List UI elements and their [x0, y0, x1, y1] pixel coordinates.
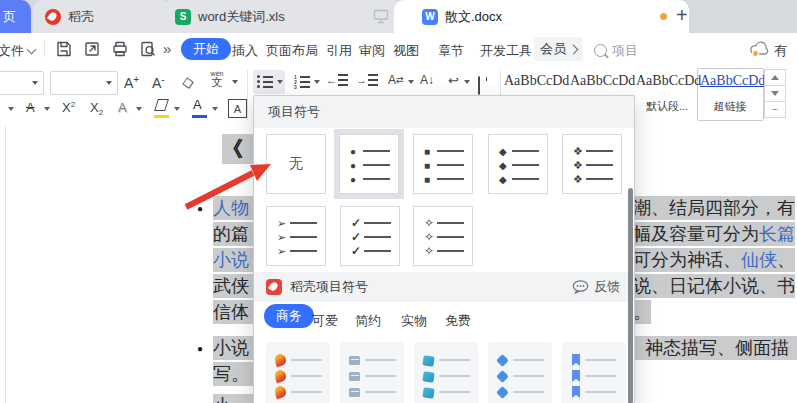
docer-tab-business-active[interactable]: 商务 [264, 304, 314, 328]
decrease-font-button[interactable]: A- [152, 74, 165, 91]
menu-view-label: 视图 [393, 43, 419, 58]
docer-tab-real[interactable]: 实物 [401, 312, 427, 330]
style-label-default-para[interactable]: 默认段... [636, 99, 698, 114]
bullet-preset-disc[interactable]: ● ● ● [339, 134, 399, 194]
fontcolor-letter: A [193, 97, 202, 112]
menu-item-member[interactable]: 会员 [534, 37, 583, 61]
tab-home-partial[interactable]: 页 [0, 0, 31, 33]
clear-format-eraser-icon[interactable]: ◇ [181, 72, 195, 92]
font-color-button[interactable]: A [192, 97, 207, 118]
doc-line-left: 写。 [213, 362, 253, 386]
text-direction-button[interactable]: A⇄ [388, 73, 404, 87]
chevron-down-icon[interactable] [464, 80, 470, 84]
bullet-list-button[interactable] [253, 70, 285, 94]
menu-item-home-active[interactable]: 开始 [181, 38, 231, 60]
doc-line-left: 小说 [213, 336, 253, 360]
menu-item-page-layout[interactable]: 页面布局 [266, 42, 318, 60]
style-item-1[interactable]: AaBbCcDd [504, 73, 566, 89]
style-item-4-hyperlink[interactable]: AaBbCcDd [700, 73, 760, 89]
style-item-3[interactable]: AaBbCcDd [636, 73, 698, 89]
style-label-hyperlink[interactable]: 超链接 [700, 99, 760, 114]
character-border-button[interactable]: A [228, 99, 247, 118]
export-icon[interactable] [82, 39, 102, 59]
file-menu[interactable]: 文件 [0, 42, 35, 60]
docer-bullet-thumb-bookmark[interactable] [562, 342, 626, 403]
new-tab-button[interactable]: + [676, 5, 688, 25]
chevron-down-icon[interactable] [8, 107, 14, 111]
expand-gallery-icon [771, 109, 779, 111]
window-bullet-icon [349, 372, 360, 381]
bullet-preset-four-diamond[interactable]: ❖ ❖ ❖ [562, 134, 622, 194]
font-size-combo[interactable] [50, 71, 118, 95]
bullet-preset-diamond[interactable]: ◆ ◆ ◆ [488, 134, 548, 194]
save-icon[interactable] [54, 39, 74, 59]
more-tools-chevrons[interactable]: » [163, 40, 171, 57]
doc-link[interactable]: 仙侠 [741, 250, 777, 270]
textflow-letter: A [388, 73, 396, 87]
doc-line-left: 小说 [213, 248, 253, 272]
menu-item-view[interactable]: 视图 [393, 42, 419, 60]
chevron-down-icon[interactable] [136, 107, 142, 111]
search-icon[interactable] [594, 44, 607, 57]
increase-font-button[interactable]: A+ [124, 74, 139, 91]
menu-item-dev-tools[interactable]: 开发工具 [480, 42, 532, 60]
increase-indent-button[interactable]: → [356, 73, 379, 87]
bullet-preset-star[interactable]: ✧ ✧ ✧ [413, 206, 473, 266]
feedback-button[interactable]: 反馈 [572, 272, 620, 302]
cloud-sync-icon[interactable] [748, 40, 772, 58]
print-icon[interactable] [110, 39, 130, 59]
panel-scrollbar[interactable] [628, 188, 633, 403]
style-item-2[interactable]: AaBbCcDd [570, 73, 632, 89]
pinyin-guide-button[interactable]: wén 文 [208, 70, 226, 88]
text-effects-button[interactable]: A [118, 100, 127, 115]
window-bullet-icon [349, 388, 360, 397]
subscript-button[interactable]: X2 [90, 100, 103, 117]
gem-bullet-icon [496, 386, 509, 399]
strike-letter: A [26, 100, 35, 115]
styles-scroll-up-button[interactable] [764, 69, 786, 86]
menu-item-section[interactable]: 章节 [438, 42, 464, 60]
tab-daoke[interactable]: 稻壳 [33, 0, 171, 33]
menu-item-review[interactable]: 审阅 [359, 42, 385, 60]
strikethrough-button[interactable]: A [26, 100, 35, 115]
window-bullet-icon [349, 356, 360, 365]
docer-tab-simple[interactable]: 简约 [355, 312, 381, 330]
superscript-button[interactable]: X2 [62, 100, 75, 115]
chevron-down-icon[interactable] [44, 107, 50, 111]
tab-xls-label: word关键词.xls [198, 8, 285, 26]
menu-review-label: 审阅 [359, 43, 385, 58]
docer-tab-cute[interactable]: 可爱 [312, 312, 338, 330]
chevron-down-icon[interactable] [212, 107, 218, 111]
font-name-combo[interactable] [0, 71, 44, 95]
docer-bullet-thumb-gem[interactable] [488, 342, 552, 403]
ruler-tab-button[interactable] [478, 77, 480, 95]
chevron-down-icon[interactable] [232, 80, 238, 84]
sort-button[interactable]: A↓ [420, 73, 434, 87]
docer-bullet-thumb-leaf[interactable] [266, 342, 330, 403]
bullet-preset-square[interactable]: ■ ■ ■ [413, 134, 473, 194]
print-preview-icon[interactable] [138, 39, 158, 59]
styles-expand-button[interactable] [764, 101, 786, 118]
show-paragraph-marks-button[interactable]: ↩ [448, 73, 459, 88]
docer-bullet-thumb-window[interactable] [340, 342, 404, 403]
chevron-down-icon [277, 80, 283, 84]
menu-item-insert[interactable]: 插入 [232, 42, 258, 60]
search-input[interactable]: 项目 [612, 42, 638, 60]
doc-line-right: 神态描写、侧面描 [633, 336, 797, 360]
bullet-preset-check[interactable]: ✓ ✓ ✓ [340, 206, 400, 266]
style-sample: AaBbCcDd [504, 73, 569, 88]
doc-link[interactable]: 长篇 [759, 224, 795, 244]
cube-bullet-icon [422, 355, 434, 366]
styles-scroll-down-button[interactable] [764, 85, 786, 102]
decrease-indent-button[interactable]: ← [326, 73, 349, 87]
docer-tab-free[interactable]: 免费 [445, 312, 471, 330]
menu-item-references[interactable]: 引用 [326, 42, 352, 60]
docer-bullet-thumb-cube[interactable] [414, 342, 478, 403]
cube-bullet-icon [422, 387, 434, 398]
chevron-down-icon[interactable] [408, 80, 414, 84]
chevron-down-icon[interactable] [174, 107, 180, 111]
highlight-color-button[interactable] [154, 98, 170, 118]
tab-docx-active[interactable]: W 散文.docx [394, 0, 689, 33]
numbered-list-button[interactable]: 1 2 3 [290, 70, 322, 94]
tab-xls[interactable]: S word关键词.xls [163, 0, 403, 33]
